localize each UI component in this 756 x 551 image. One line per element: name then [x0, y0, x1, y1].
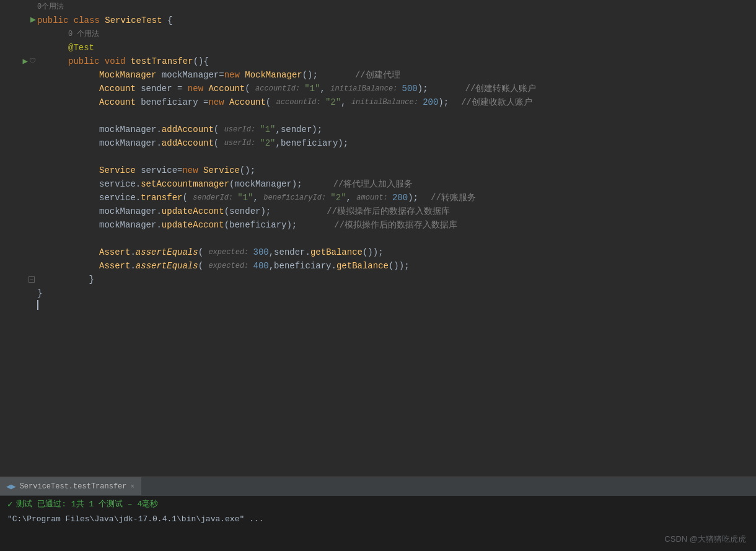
- mm-type: MockManager: [99, 68, 162, 82]
- assert2-param1: expected:: [208, 259, 253, 273]
- open-brace-class: {: [167, 14, 172, 27]
- annotation-test: @Test: [68, 41, 94, 55]
- output-cmd-line: "C:\Program Files\Java\jdk-17.0.4.1\bin\…: [0, 512, 756, 526]
- line-add-account-2: mockManager.addAccount( userId: "2",bene…: [37, 136, 756, 150]
- add2-comma: ,beneficiary);: [275, 136, 348, 150]
- line-account-sender: Account sender = new Account( accountId:…: [37, 82, 756, 95]
- output-success-line: ✓ 测试 已通过: 1共 1 个测试 – 4毫秒: [0, 496, 756, 512]
- upd1-method: updateAccont: [162, 205, 224, 218]
- assert2-close: ());: [389, 259, 410, 273]
- acc2-comma: ,: [341, 95, 351, 109]
- acc1-param2-val: 500: [402, 82, 418, 95]
- line-blank-1: [37, 109, 756, 123]
- upd2-param: (beneficiary);: [224, 218, 297, 232]
- line-usage-zero: 0 个用法: [37, 27, 756, 41]
- assert1-getter: getBalance: [310, 245, 363, 259]
- line-method-decl: ▶ 🛡 public void testTransfer(){: [37, 55, 756, 68]
- line-close-method: − }: [37, 273, 756, 286]
- gutter-method-icons: ▶ 🛡: [6, 55, 37, 68]
- run-arrow-icon[interactable]: ▶: [30, 14, 36, 27]
- assert2-val1: 400: [253, 259, 268, 273]
- line-assert-2: Assert.assertEquals( expected: 400,benef…: [37, 259, 756, 273]
- acc1-open: (: [245, 82, 255, 95]
- line-class-decl: ▶ public class ServiceTest {: [37, 14, 756, 27]
- add2-method: addAccount: [162, 136, 214, 150]
- line-update-1: mockManager.updateAccont(sender);//模拟操作后…: [37, 205, 756, 218]
- svc-var: service=: [141, 164, 182, 177]
- output-success-text: 测试 已通过: 1共 1 个测试 – 4毫秒: [16, 498, 158, 509]
- acc2-comment: //创建收款人账户: [461, 95, 532, 109]
- assert1-param1: expected:: [208, 245, 253, 259]
- tab-arrow-icon: ◀▶: [6, 482, 16, 491]
- keyword-class: class: [74, 14, 105, 27]
- kw-new-4: new: [182, 164, 203, 177]
- assert2-method: assertEquals: [136, 259, 198, 273]
- line-blank-2: [37, 150, 756, 164]
- svc-close: ();: [240, 164, 255, 177]
- line-close-class: }: [37, 286, 756, 300]
- acc1-param1-name: accountId:: [255, 82, 304, 95]
- acc2-param1-val: "2": [325, 95, 341, 109]
- keyword-public: public: [37, 14, 74, 27]
- add2-obj: mockManager.: [99, 136, 162, 150]
- add1-param1: userId:: [224, 123, 260, 136]
- tr-open: (: [182, 191, 193, 205]
- acc2-open: (: [266, 95, 276, 109]
- fold-gutter-icon[interactable]: −: [6, 273, 37, 286]
- tr-method: transfer: [141, 191, 182, 205]
- kw-void: void: [105, 55, 131, 68]
- line-add-account-1: mockManager.addAccount( userId: "1",send…: [37, 123, 756, 136]
- add1-obj: mockManager.: [99, 123, 162, 136]
- line-usage-hint: 0个用法: [37, 0, 756, 14]
- add2-param1: userId:: [224, 136, 260, 150]
- tr-comma2: ,: [346, 191, 357, 205]
- tr-param1: senderId:: [193, 191, 237, 205]
- upd2-method: updateAccont: [162, 218, 224, 232]
- tr-obj: service.: [99, 191, 141, 205]
- tr-close: );: [408, 191, 418, 205]
- output-panel: ✓ 测试 已通过: 1共 1 个测试 – 4毫秒 "C:\Program Fil…: [0, 495, 756, 551]
- assert1-val1: 300: [253, 245, 268, 259]
- upd2-obj: mockManager.: [99, 218, 162, 232]
- upd2-comment: //模拟操作后的数据存入数据库: [334, 218, 457, 232]
- tab-service-test[interactable]: ◀▶ ServiceTest.testTransfer ×: [0, 477, 141, 495]
- acc1-var: sender =: [141, 82, 188, 95]
- kw-new-1: new: [224, 68, 245, 82]
- acc2-param2-name: initialBalance:: [351, 95, 423, 109]
- add1-method: addAccount: [162, 123, 214, 136]
- svc-type: Service: [99, 164, 141, 177]
- mm-comment: //创建代理: [355, 68, 400, 82]
- upd1-comment: //模拟操作后的数据存入数据库: [327, 205, 450, 218]
- tab-close-button[interactable]: ×: [130, 483, 134, 490]
- method-name: testTransfer: [131, 55, 193, 68]
- assert1-dot: .: [130, 245, 135, 259]
- acc1-param2-name: initialBalance:: [330, 82, 402, 95]
- class-name: ServiceTest: [105, 14, 167, 27]
- tr-param3: amount:: [356, 191, 392, 205]
- kw-public-2: public: [68, 55, 105, 68]
- kw-new-2: new: [188, 82, 209, 95]
- acc1-type: Account: [99, 82, 141, 95]
- mm-var: mockManager=: [162, 68, 224, 82]
- add2-val1: "2": [260, 136, 275, 150]
- assert2-class: Assert: [99, 259, 130, 273]
- code-editor: 0个用法 ▶ public class ServiceTest { 0 个用法 …: [0, 0, 756, 477]
- set-param: (mockManager);: [229, 177, 302, 191]
- assert2-dot: .: [130, 259, 135, 273]
- acc2-class: Account: [229, 95, 266, 109]
- acc1-param1-val: "1": [304, 82, 320, 95]
- assert1-comma: ,sender.: [269, 245, 310, 259]
- acc2-param1-name: accountId:: [276, 95, 325, 109]
- set-comment: //将代理人加入服务: [333, 177, 413, 191]
- mm-class: MockManager: [245, 68, 302, 82]
- run-method-icon[interactable]: ▶: [23, 55, 28, 68]
- add1-comma: ,sender);: [275, 123, 322, 136]
- acc1-comma: ,: [320, 82, 331, 95]
- assert2-comma: ,beneficiary.: [269, 259, 336, 273]
- success-check-icon: ✓: [7, 499, 12, 509]
- fold-box[interactable]: −: [29, 276, 35, 283]
- tr-val3: 200: [392, 191, 408, 205]
- kw-new-3: new: [208, 95, 229, 109]
- line-transfer: service.transfer( senderId: "1", benefic…: [37, 191, 756, 205]
- close-brace-class: }: [37, 286, 42, 300]
